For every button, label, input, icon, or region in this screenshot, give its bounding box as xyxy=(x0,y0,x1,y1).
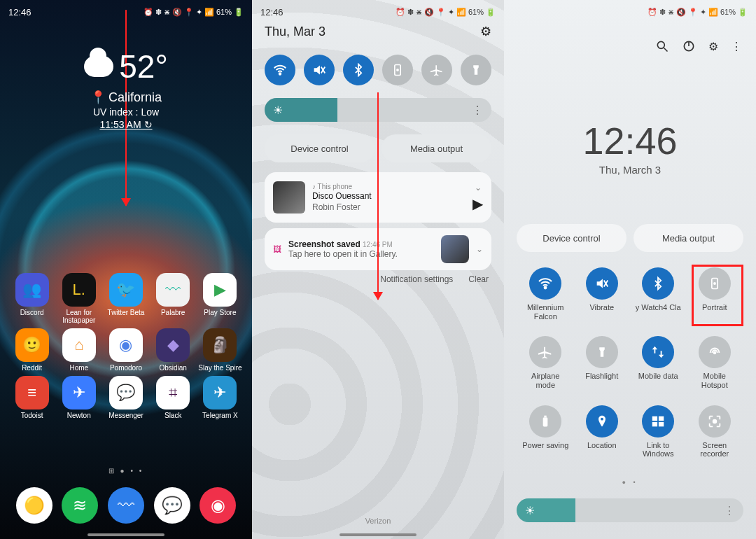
notification-settings-link[interactable]: Notification settings xyxy=(380,274,453,284)
app-icon: 👥 xyxy=(15,273,49,307)
brightness-slider[interactable]: ☀ ⋮ xyxy=(517,498,743,522)
tile-flashlight[interactable]: Flashlight xyxy=(585,336,618,389)
clear-link[interactable]: Clear xyxy=(468,274,489,284)
app-label: Telegram X xyxy=(202,412,238,419)
brightness-more-icon[interactable]: ⋮ xyxy=(724,504,735,517)
qs-header: Thu, Mar 3 ⚙ xyxy=(265,24,491,39)
tile-label: Location xyxy=(587,441,617,450)
data-icon xyxy=(642,336,674,368)
highlight-box xyxy=(692,265,743,326)
app-icon: ⌂ xyxy=(62,328,96,362)
app-todoist[interactable]: ≡Todoist xyxy=(10,376,54,419)
app-icon: 🙂 xyxy=(15,328,49,362)
dock-camera[interactable]: ◉ xyxy=(200,487,236,524)
quick-settings-collapsed: 12:46 ⏰ ✽ ⋇ 🔇 📍 ✦ 📶 61%🔋 Thu, Mar 3 ⚙ ☀ … xyxy=(252,0,504,539)
sound-tile[interactable] xyxy=(304,55,335,85)
status-icons: ⏰ ✽ ⋇ 🔇 📍 ✦ 📶 61% 🔋 xyxy=(144,8,244,17)
tile-millennium-falcon[interactable]: Millennium Falcon xyxy=(521,267,570,321)
app-slay-the-spire[interactable]: 🗿Slay the Spire xyxy=(198,328,242,372)
media-output-button[interactable]: Media output xyxy=(382,134,491,162)
qs-page-indicator[interactable]: ● • xyxy=(504,479,756,486)
dock-messages[interactable]: 💬 xyxy=(154,487,190,524)
app-newton[interactable]: ✈Newton xyxy=(57,376,101,419)
tile-airplane-mode[interactable]: Airplane mode xyxy=(521,336,570,389)
app-discord[interactable]: 👥Discord xyxy=(10,273,54,324)
app-label: Slack xyxy=(164,412,181,419)
svg-rect-19 xyxy=(659,416,664,420)
overflow-icon[interactable]: ⋮ xyxy=(731,40,742,53)
app-lean-for-instapaper[interactable]: L.Lean for Instapaper xyxy=(57,273,101,324)
qs-clock: 12:46 xyxy=(504,119,756,162)
svg-point-4 xyxy=(397,69,398,71)
tile-link-to-windows[interactable]: Link to Windows xyxy=(634,405,683,458)
media-artist: Robin Foster xyxy=(312,202,465,214)
power-icon[interactable] xyxy=(682,39,696,53)
media-output-button[interactable]: Media output xyxy=(634,224,743,252)
settings-gear-icon[interactable]: ⚙ xyxy=(480,24,491,39)
dock-surfshark[interactable]: 〰 xyxy=(108,487,144,524)
brightness-icon: ☀ xyxy=(273,104,283,117)
tile-vibrate[interactable]: Vibrate xyxy=(586,267,618,321)
tile-location[interactable]: Location xyxy=(586,405,618,458)
dock: 🟡≋〰💬◉ xyxy=(0,487,252,524)
torch-icon xyxy=(586,336,618,368)
app-reddit[interactable]: 🙂Reddit xyxy=(10,328,54,372)
app-home[interactable]: ⌂Home xyxy=(57,328,101,372)
page-indicator[interactable]: ⊞ ● • • xyxy=(0,467,252,475)
tile-mobile-data[interactable]: Mobile data xyxy=(638,336,678,389)
app-icon: ◆ xyxy=(156,328,190,362)
app-icon: ✈ xyxy=(203,376,237,410)
swipe-down-arrow xyxy=(377,92,379,300)
screenshot-thumb xyxy=(441,235,469,263)
bluetooth-tile[interactable] xyxy=(343,55,374,85)
quick-settings-expanded: ⏰ ✽ ⋇ 🔇 📍 ✦ 📶 61%🔋 ⚙ ⋮ 12:46 Thu, March … xyxy=(504,0,756,539)
search-icon[interactable] xyxy=(655,39,669,53)
app-slack[interactable]: ⌗Slack xyxy=(151,376,195,419)
airplane-tile[interactable] xyxy=(421,55,452,85)
app-twitter-beta[interactable]: 🐦Twitter Beta xyxy=(104,273,148,324)
app-messenger[interactable]: 💬Messenger xyxy=(104,376,148,419)
app-palabre[interactable]: 〰Palabre xyxy=(151,273,195,324)
dock-spotify[interactable]: ≋ xyxy=(62,487,98,524)
app-play-store[interactable]: ▶Play Store xyxy=(198,273,242,324)
app-obsidian[interactable]: ◆Obsidian xyxy=(151,328,195,372)
flashlight-tile[interactable] xyxy=(461,55,491,85)
tile-y-watch4-cla[interactable]: y Watch4 Cla xyxy=(636,267,681,321)
dock-chrome-beta[interactable]: 🟡 xyxy=(16,487,52,524)
cloud-icon xyxy=(84,56,113,77)
wifi-tile[interactable] xyxy=(265,55,295,85)
tile-label: Mobile data xyxy=(638,372,678,381)
app-icon: ⌗ xyxy=(156,376,190,410)
gallery-icon: 🖼 xyxy=(273,244,281,254)
svg-point-0 xyxy=(279,73,281,74)
gesture-bar[interactable] xyxy=(340,533,416,536)
weather-updated: 11:53 AM ↻ xyxy=(0,119,252,130)
chevron-down-icon[interactable]: ⌄ xyxy=(476,244,483,254)
device-control-button[interactable]: Device control xyxy=(517,224,626,252)
app-icon: ≡ xyxy=(15,376,49,410)
tile-mobile-hotspot[interactable]: Mobile Hotspot xyxy=(690,336,740,389)
gesture-bar[interactable] xyxy=(88,533,164,536)
mute-icon xyxy=(586,267,618,300)
app-label: Twitter Beta xyxy=(108,309,145,316)
tile-label: Airplane mode xyxy=(521,372,570,389)
svg-rect-21 xyxy=(659,421,664,426)
play-icon[interactable]: ▶ xyxy=(472,195,483,212)
svg-rect-16 xyxy=(545,415,547,417)
weather-widget[interactable]: 52° 📍 California UV index : Low 11:53 AM… xyxy=(0,48,252,130)
tile-power-saving[interactable]: Power saving xyxy=(522,405,568,458)
tile-screen-recorder[interactable]: Screen recorder xyxy=(690,405,740,458)
app-pomodoro[interactable]: ◉Pomodoro xyxy=(104,328,148,372)
app-grid: 👥DiscordL.Lean for Instapaper🐦Twitter Be… xyxy=(0,273,252,419)
settings-gear-icon[interactable]: ⚙ xyxy=(708,40,718,53)
qs-tile-row xyxy=(265,55,491,85)
media-title: Disco Ouessant xyxy=(312,191,465,202)
app-telegram-x[interactable]: ✈Telegram X xyxy=(198,376,242,419)
home-screen: 12:46 ⏰ ✽ ⋇ 🔇 📍 ✦ 📶 61% 🔋 52° 📍 Californ… xyxy=(0,0,252,539)
rotation-tile[interactable] xyxy=(382,55,413,85)
device-control-button[interactable]: Device control xyxy=(265,134,374,162)
app-label: Messenger xyxy=(108,412,143,419)
plane-icon xyxy=(529,336,561,368)
brightness-more-icon[interactable]: ⋮ xyxy=(472,104,483,117)
chevron-down-icon[interactable]: ⌄ xyxy=(475,183,482,192)
